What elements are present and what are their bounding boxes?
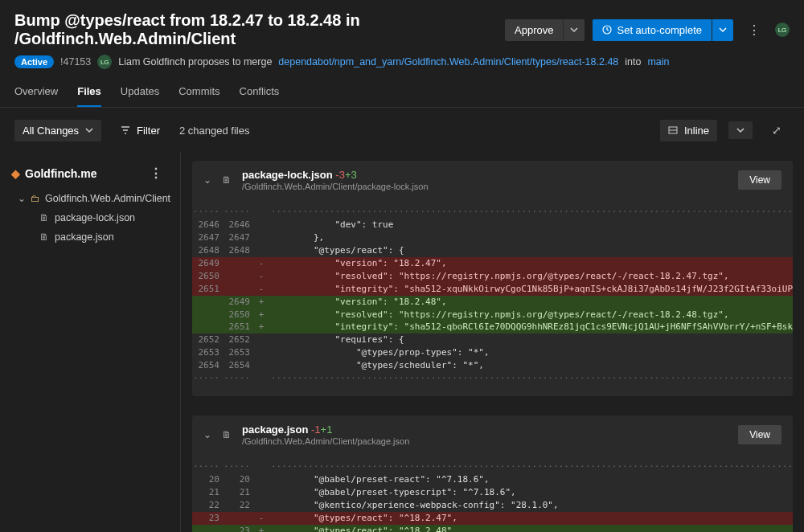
set-autocomplete-button[interactable]: Set auto-complete	[593, 19, 712, 41]
diff-body: ·········· ·····························…	[192, 454, 793, 532]
old-line-num: 21	[192, 486, 223, 499]
fullscreen-button[interactable]: ⤢	[764, 119, 790, 141]
diff-gutter: +	[253, 309, 269, 321]
diff-gutter: +	[253, 296, 269, 309]
diff-line: 26542654 "@types/scheduler": "*",	[192, 359, 793, 372]
diff-gutter	[253, 334, 269, 346]
tab-files[interactable]: Files	[77, 82, 101, 107]
diff-gutter	[253, 244, 269, 257]
old-line-num	[192, 321, 223, 334]
pr-title: Bump @types/react from 18.2.47 to 18.2.4…	[14, 11, 497, 48]
diff-code: "@types/scheduler": "*",	[269, 359, 793, 372]
new-line-num: 21	[223, 486, 253, 499]
old-line-num: ·····	[192, 372, 223, 385]
tab-overview[interactable]: Overview	[14, 82, 58, 107]
old-line-num: 23	[192, 512, 223, 525]
chevron-down-icon	[736, 126, 745, 134]
new-line-num: 2652	[223, 334, 253, 346]
diff-code: "requires": {	[269, 334, 793, 346]
old-line-num: 2647	[192, 231, 223, 244]
diff-code: "version": "18.2.48",	[269, 296, 793, 309]
new-line-num: 2649	[223, 296, 253, 309]
tree-file[interactable]: 🗎package.json	[0, 227, 180, 247]
tab-commits[interactable]: Commits	[178, 82, 219, 107]
diff-code: "@types/react": {	[269, 244, 793, 257]
diff-code: "@types/react": "^18.2.48",	[269, 525, 793, 532]
new-line-num: 2653	[223, 346, 253, 359]
diff-code: },	[269, 231, 793, 244]
diff-line: 26482648 "@types/react": {	[192, 244, 793, 257]
diff-code: "@babel/preset-react": "^7.18.6",	[269, 473, 793, 486]
view-mode-button[interactable]: Inline	[660, 120, 717, 141]
new-line-num	[223, 283, 253, 296]
file-path: /Goldfinch.Web.Admin/Client/package-lock…	[242, 182, 728, 191]
new-line-num: 22	[223, 499, 253, 512]
view-mode-dropdown[interactable]	[728, 121, 753, 139]
filter-button[interactable]: Filter	[113, 120, 168, 141]
new-line-num	[223, 270, 253, 283]
repo-name[interactable]: Goldfinch.me	[25, 167, 96, 180]
new-line-num	[223, 257, 253, 270]
new-line-num: ·····	[223, 460, 253, 473]
collapse-file[interactable]: ⌄	[203, 429, 211, 440]
file-icon: 🗎	[221, 174, 232, 186]
into-text: into	[625, 56, 641, 68]
old-line-num: 2653	[192, 346, 223, 359]
diff-gutter	[253, 346, 269, 359]
source-branch-link[interactable]: dependabot/npm_and_yarn/Goldfinch.Web.Ad…	[278, 56, 618, 68]
more-actions[interactable]: ⋮	[741, 19, 767, 41]
diff-code: "integrity": "sha512-xquNkkOirwyCgoC1Nk8…	[269, 283, 793, 296]
file-card: ⌄🗎package-lock.json -3+3/Goldfinch.Web.A…	[192, 161, 793, 396]
repo-more[interactable]: ⋮	[143, 162, 169, 184]
user-avatar[interactable]: LG	[775, 23, 790, 37]
old-line-num: ·····	[192, 206, 223, 219]
diff-gutter	[253, 359, 269, 372]
diff-body: ·········· ·····························…	[192, 199, 793, 396]
diff-line: 2651- "integrity": "sha512-xquNkkOirwyCg…	[192, 283, 793, 296]
diff-gutter: -	[253, 257, 269, 270]
old-line-num	[192, 296, 223, 309]
approve-button[interactable]: Approve	[505, 19, 563, 41]
diff-line: 23+ "@types/react": "^18.2.48",	[192, 525, 793, 532]
diff-gutter	[253, 231, 269, 244]
filter-label: Filter	[137, 125, 160, 137]
diff-gutter	[253, 460, 269, 473]
old-line-num	[192, 309, 223, 321]
target-branch-link[interactable]: main	[647, 56, 669, 68]
autocomplete-dropdown[interactable]	[712, 19, 733, 41]
tree-file[interactable]: 🗎package-lock.json	[0, 208, 180, 227]
tree-folder[interactable]: ⌄🗀Goldfinch.Web.Admin/Client	[0, 189, 180, 208]
view-file-button[interactable]: View	[738, 425, 781, 444]
approve-dropdown[interactable]	[563, 19, 585, 41]
old-line-num: 2651	[192, 283, 223, 296]
new-line-num: ·····	[223, 372, 253, 385]
diff-line: ·········· ·····························…	[192, 460, 793, 473]
diff-gutter	[253, 473, 269, 486]
diff-line: 2649+ "version": "18.2.48",	[192, 296, 793, 309]
diff-line: 2650+ "resolved": "https://registry.npmj…	[192, 309, 793, 321]
repo-icon: ◆	[11, 167, 20, 180]
status-badge: Active	[14, 55, 54, 68]
view-file-button[interactable]: View	[738, 170, 781, 190]
diff-line: 26472647 },	[192, 231, 793, 244]
diff-line: ·········· ·····························…	[192, 206, 793, 219]
diff-line: 2222 "@kentico/xperience-webpack-config"…	[192, 499, 793, 512]
diff-code: ········································…	[269, 206, 793, 219]
old-line-num: 20	[192, 473, 223, 486]
diff-gutter	[253, 206, 269, 219]
diff-line: 2650- "resolved": "https://registry.npmj…	[192, 270, 793, 283]
proposer-avatar: LG	[97, 55, 112, 69]
diff-code: ········································…	[269, 460, 793, 473]
all-changes-dropdown[interactable]: All Changes	[14, 120, 101, 141]
new-line-num: 20	[223, 473, 253, 486]
collapse-file[interactable]: ⌄	[203, 174, 211, 186]
file-name[interactable]: package-lock.json	[242, 169, 333, 181]
tab-updates[interactable]: Updates	[121, 82, 159, 107]
diff-gutter	[253, 486, 269, 499]
new-line-num: 2647	[223, 231, 253, 244]
old-line-num: 2648	[192, 244, 223, 257]
tab-conflicts[interactable]: Conflicts	[240, 82, 280, 107]
file-name[interactable]: package.json	[242, 424, 308, 436]
new-line-num: 2646	[223, 219, 253, 231]
diff-code: "version": "18.2.47",	[269, 257, 793, 270]
